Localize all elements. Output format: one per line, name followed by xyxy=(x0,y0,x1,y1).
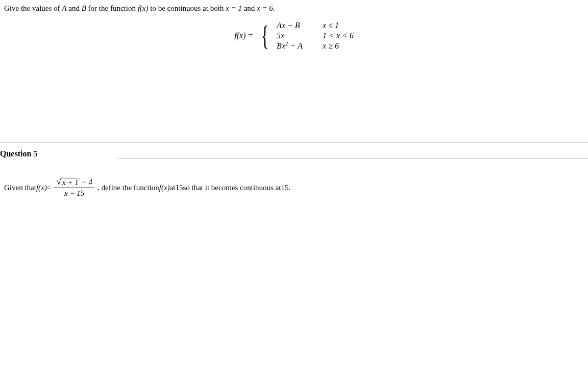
q5-text: , define the function xyxy=(97,183,159,192)
q4-prompt: Give the values of A and B for the funct… xyxy=(4,4,584,13)
q5-text: so that it becomes continuous at xyxy=(183,183,281,192)
question-5: Question 5 Given that f(x) = √ x + 1 − 4… xyxy=(0,143,588,198)
sqrt-icon: √ xyxy=(56,178,61,185)
piece-expr: Ax − B xyxy=(277,21,323,30)
fraction-numerator: √ x + 1 − 4 xyxy=(54,178,94,188)
question-4: Give the values of A and B for the funct… xyxy=(0,0,588,51)
sqrt-arg: x + 1 xyxy=(61,178,80,187)
q4-text: to be continuous at both xyxy=(148,4,226,12)
fraction-denominator: x − 15 xyxy=(62,188,86,198)
q5-text: Given that xyxy=(4,183,36,192)
q4-text: for the function xyxy=(86,4,138,12)
q5-eq: = xyxy=(47,183,51,192)
q4-cond2: x = 6 xyxy=(257,4,273,12)
q4-text: and xyxy=(242,4,257,12)
piece-expr: Bx2 − A xyxy=(277,41,323,51)
piecewise-row: Bx2 − A x ≥ 6 xyxy=(277,41,354,51)
piece-cond: x ≤ 1 xyxy=(323,21,339,30)
fraction: √ x + 1 − 4 x − 15 xyxy=(54,178,94,198)
q4-fx: f(x) xyxy=(138,4,149,12)
piecewise-rows: Ax − B x ≤ 1 5x 1 < x < 6 Bx2 − A x ≥ 6 xyxy=(277,21,354,51)
piecewise-row: Ax − B x ≤ 1 xyxy=(277,21,354,30)
question-5-header: Question 5 xyxy=(0,143,117,163)
piece-cond: x ≥ 6 xyxy=(323,41,339,51)
q5-val: 15 xyxy=(175,183,183,192)
piecewise-row: 5x 1 < x < 6 xyxy=(277,31,354,40)
q4-text: and xyxy=(66,4,81,12)
num-tail: − 4 xyxy=(80,178,92,186)
expr-part: Bx xyxy=(277,41,285,50)
q5-header-row: Question 5 xyxy=(0,143,588,163)
piecewise-function: f(x) = { Ax − B x ≤ 1 5x 1 < x < 6 Bx2 −… xyxy=(4,21,584,51)
piece-cond: 1 < x < 6 xyxy=(323,31,354,40)
q5-text: at xyxy=(170,183,176,192)
q4-text: Give the values of xyxy=(4,4,62,12)
q5-prompt: Given that f(x) = √ x + 1 − 4 x − 15 , d… xyxy=(0,163,588,198)
sqrt: √ x + 1 xyxy=(56,178,80,187)
piece-expr: 5x xyxy=(277,31,323,40)
q4-period: . xyxy=(273,4,275,12)
q5-fx: f(x) xyxy=(36,183,47,192)
spacer xyxy=(0,66,588,143)
q5-period: . xyxy=(289,183,291,192)
fx-label: f(x) = xyxy=(234,31,253,40)
left-brace-icon: { xyxy=(261,22,269,50)
header-line xyxy=(117,158,588,159)
q4-cond1: x = 1 xyxy=(226,4,242,12)
q5-fx2: f(x) xyxy=(159,183,170,192)
q4-varB: B xyxy=(82,4,86,12)
q5-val2: 15 xyxy=(281,183,289,192)
expr-part: − A xyxy=(288,41,302,50)
